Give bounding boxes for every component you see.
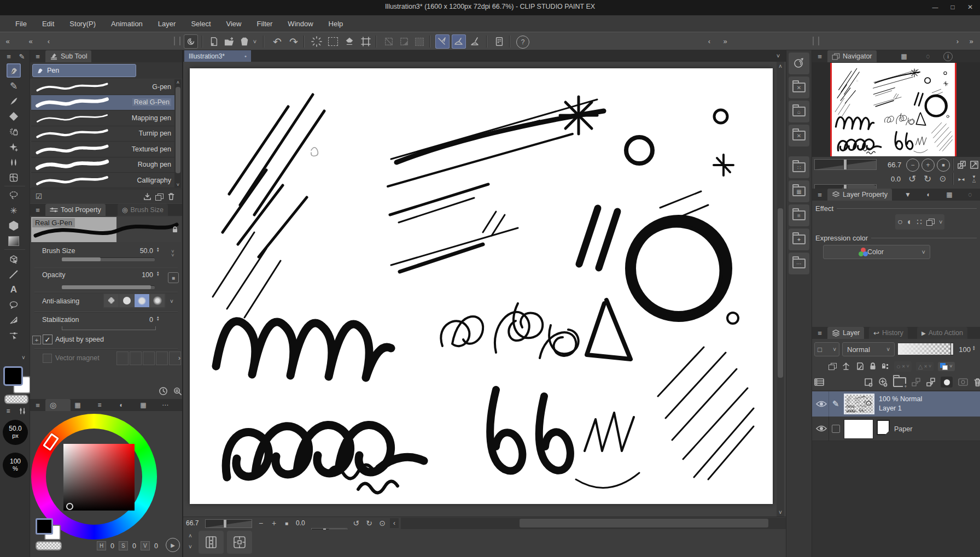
color-transparent-swatch[interactable] — [36, 541, 62, 550]
halftone-effect-button[interactable]: ∷ — [917, 217, 922, 227]
canvas-rotate-right-button[interactable]: ↻ — [364, 518, 375, 528]
gradient-tool[interactable] — [7, 234, 21, 248]
layer1-visibility-eye-icon[interactable] — [815, 400, 827, 408]
property-settings-icon[interactable] — [171, 385, 183, 397]
dock-collapse-icon[interactable]: « — [3, 35, 12, 47]
new-vector-layer-button[interactable] — [878, 377, 888, 387]
layer-property-menu-icon[interactable]: ≡ — [814, 190, 825, 200]
subtool-item-turnip-pen[interactable]: Turnip pen — [31, 126, 174, 142]
airbrush-tool[interactable] — [7, 125, 21, 139]
combine-to-lower-layer-button[interactable] — [926, 377, 936, 387]
substrip-down-icon[interactable]: ˅ — [186, 543, 194, 550]
subtool-item-textured-pen[interactable]: Textured pen — [31, 142, 174, 157]
material-palette-button[interactable] — [492, 34, 506, 49]
anti-aliasing-strong-button[interactable] — [150, 294, 165, 307]
canvas-rotation-value[interactable]: 0.0 — [296, 519, 305, 527]
fill-selection-button[interactable] — [342, 34, 357, 49]
tone-effect-button[interactable]: ◐ — [907, 217, 913, 227]
navigator-rotate-left-button[interactable]: ↺ — [906, 173, 918, 185]
information-tab[interactable]: i — [943, 52, 953, 61]
anti-aliasing-weak-button[interactable] — [119, 294, 134, 307]
intermediate-color-tab[interactable]: ▦ — [135, 400, 151, 410]
dock-collapse-icon-2[interactable]: « — [26, 35, 35, 47]
duplicate-subtool-icon[interactable] — [154, 192, 165, 202]
new-raster-layer-button[interactable] — [864, 377, 873, 387]
color-slider-tab[interactable]: ≡ — [91, 400, 108, 410]
canvas-zoom-slider-handle[interactable] — [223, 519, 227, 528]
redo-button[interactable]: ↷ — [287, 34, 301, 49]
navigator-zoom-100-button[interactable]: ■ — [937, 159, 950, 172]
navigator-zoom-slider[interactable] — [814, 159, 877, 170]
adjust-by-speed-checkbox[interactable]: ✓ — [43, 335, 52, 344]
delete-subtool-icon[interactable] — [166, 191, 177, 202]
material-folder-home[interactable]: ⌂ — [789, 101, 809, 122]
menu-window[interactable]: Window — [280, 20, 320, 28]
right-dock-expand-icon[interactable]: » — [721, 35, 730, 47]
clip-studio-logo-button[interactable] — [184, 34, 198, 49]
indicator-menu-icon[interactable]: ≡ — [3, 407, 13, 415]
canvas-zoom-in-button[interactable]: + — [269, 518, 279, 528]
tool-lock-icon[interactable] — [171, 225, 179, 234]
snap-to-ruler-button[interactable] — [435, 34, 450, 49]
blend-mode-dropdown[interactable]: Normal ˅ — [842, 342, 895, 356]
substrip-up-icon[interactable]: ˄ — [186, 532, 194, 540]
opacity-spinner[interactable]: ▴▾ — [157, 271, 159, 276]
border-effect-button[interactable]: ○ — [897, 217, 903, 227]
opacity-dynamics-button[interactable]: ■ — [168, 272, 179, 283]
history-tab[interactable]: ↩ History — [869, 327, 908, 339]
right-dock-prev-icon[interactable]: ‹ — [705, 35, 713, 47]
menu-help[interactable]: Help — [321, 20, 351, 28]
tool-property-tab[interactable]: Tool Property — [45, 204, 106, 216]
fit-to-screen-button[interactable] — [956, 159, 967, 171]
sv-cursor[interactable] — [66, 503, 73, 510]
lock-transparent-pixels-button[interactable] — [881, 362, 890, 371]
canvas-zoom-100-button[interactable]: ■ — [282, 518, 291, 528]
open-file-button[interactable] — [222, 34, 236, 49]
layer-panel-menu-icon[interactable]: ≡ — [814, 328, 825, 338]
canvas-zoom-out-button[interactable]: − — [255, 518, 266, 528]
subtool-scroll-thumb[interactable] — [176, 87, 180, 173]
layer-row-paper[interactable]: Paper — [812, 417, 980, 441]
delete-layer-button[interactable] — [973, 378, 980, 387]
toolbar-grip[interactable] — [174, 37, 180, 45]
fit-to-window-button[interactable] — [969, 159, 979, 171]
help-button[interactable]: ? — [516, 36, 529, 49]
document-tab[interactable]: Illustration3* ● — [184, 50, 251, 62]
save-button[interactable] — [237, 34, 252, 49]
subtool-item-mapping-pen[interactable]: Mapping pen — [31, 110, 174, 126]
color-main-swatch[interactable] — [36, 518, 53, 535]
layer-opacity-spinner[interactable]: ▴▾ — [973, 345, 975, 350]
anti-aliasing-middle-button[interactable] — [135, 294, 149, 307]
layer-color-button[interactable]: ˅ — [938, 362, 954, 371]
minimize-button[interactable]: — — [929, 2, 942, 13]
canvas-hscrollbar[interactable] — [401, 518, 786, 529]
layer-property-tab[interactable]: Layer Property — [827, 189, 892, 201]
subtool-scroll-down-icon[interactable]: ˅ — [174, 181, 182, 188]
layer-property-alt-tab-1[interactable]: ▼ — [899, 190, 917, 200]
navigator-tab[interactable]: Navigator — [827, 50, 877, 62]
material-folder-manga[interactable]: ▦ — [789, 180, 809, 202]
new-layer-folder-button[interactable]: + — [893, 377, 906, 387]
menu-edit[interactable]: Edit — [34, 20, 62, 28]
brush-size-tab[interactable]: ◎ Brush Size — [118, 204, 168, 216]
navigator-menu-icon[interactable]: ≡ — [814, 51, 825, 61]
canvas-rotate-left-button[interactable]: ↺ — [351, 518, 361, 528]
import-subtool-icon[interactable] — [142, 191, 153, 202]
subview-tab[interactable]: ▦ — [893, 51, 915, 61]
color-history-button[interactable]: ▶ — [166, 538, 180, 552]
opacity-field[interactable]: 100 — [131, 271, 153, 279]
subtool-menu-icon[interactable]: ≡ — [32, 51, 43, 61]
canvas-bar-collapse-icon[interactable]: ‹ — [390, 518, 399, 528]
subtool-scroll-up-icon[interactable]: ˄ — [174, 79, 182, 86]
decoration-tool[interactable] — [7, 140, 21, 154]
tool-strip-scroll-down-icon[interactable]: ˅ — [20, 354, 27, 361]
selection-tool[interactable] — [7, 188, 21, 202]
brush-tool[interactable] — [7, 94, 21, 108]
text-tool[interactable]: A — [7, 283, 21, 297]
layer-list-options-icon[interactable] — [814, 378, 824, 386]
main-color-swatch[interactable] — [3, 366, 23, 386]
paper-thumbnail[interactable] — [844, 419, 873, 439]
subtool-item-g-pen[interactable]: G-pen — [31, 79, 174, 95]
brush-size-dynamics-button[interactable]: ˅˅ — [167, 247, 179, 260]
opacity-indicator[interactable]: 100 % — [3, 453, 28, 478]
